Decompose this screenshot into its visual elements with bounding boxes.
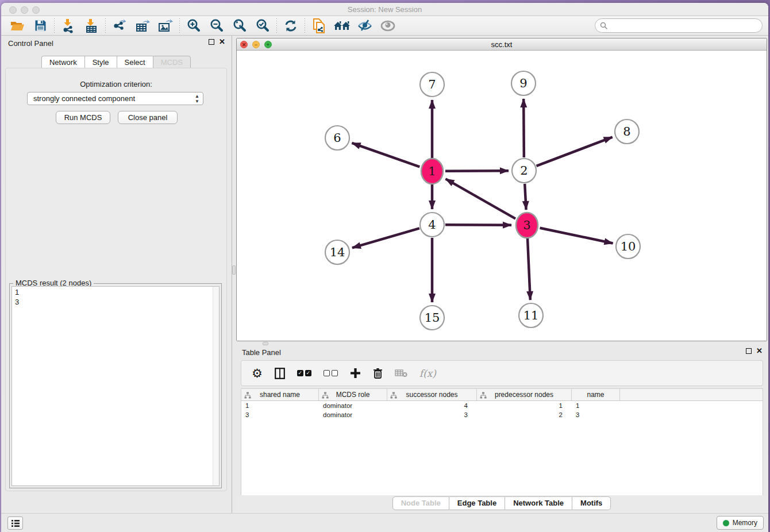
edge-1-6[interactable] [352,143,419,167]
edge-3-1[interactable] [445,179,515,218]
float-panel-icon[interactable] [209,39,214,45]
splitter-handle[interactable] [232,265,236,275]
add-column-button[interactable] [350,368,361,379]
open-session-button[interactable] [6,17,29,34]
edge-4-3[interactable] [445,225,511,225]
vertical-splitter[interactable] [231,36,236,513]
node-6[interactable]: 6 [325,126,349,150]
table-cell[interactable]: 1 [572,401,620,410]
edge-3-10[interactable] [540,228,613,244]
search-input[interactable] [611,21,762,30]
close-panel-icon[interactable]: ✕ [219,39,225,45]
close-table-panel-icon[interactable]: ✕ [756,348,763,354]
tab-motifs[interactable]: Motifs [572,496,611,510]
table-cell[interactable]: 3 [572,410,620,419]
node-15[interactable]: 15 [420,306,444,330]
column-header-name[interactable]: name [572,389,620,400]
clone-network-button[interactable] [307,17,330,34]
function-builder-button[interactable]: f(x) [419,368,436,379]
select-all-button[interactable]: ✓ ✓ [297,370,311,376]
delete-table-button[interactable] [395,369,407,377]
float-table-panel-icon[interactable] [746,348,752,354]
result-scrollbar[interactable] [213,287,219,485]
table-body[interactable]: 1dominator4113dominator323 [241,401,763,419]
attribute-type-icon [244,392,251,399]
table-row[interactable]: 1dominator411 [241,401,763,410]
table-cell[interactable]: dominator [319,401,387,410]
export-image-button[interactable] [154,17,177,34]
mcds-result-group: MCDS result (2 nodes) 1 3 [9,283,222,488]
table-settings-button[interactable]: ⚙ [252,367,263,380]
node-2[interactable]: 2 [512,159,536,183]
node-14[interactable]: 14 [325,240,349,264]
tab-node-table[interactable]: Node Table [392,496,449,510]
node-label: 14 [330,245,345,259]
node-3[interactable]: 3 [516,213,538,238]
zoom-fit-button[interactable] [228,17,251,34]
deselect-all-button[interactable] [324,370,338,376]
control-panel-title: Control Panel [8,39,53,48]
export-network-button[interactable] [108,17,131,34]
table-cell[interactable]: dominator [319,410,387,419]
task-history-button[interactable] [7,516,23,530]
table-cell[interactable]: 3 [387,410,477,419]
save-session-button[interactable] [29,17,52,34]
tab-network-table[interactable]: Network Table [505,496,572,510]
edge-2-3[interactable] [525,184,526,210]
export-table-icon [135,18,151,33]
table-cell[interactable]: 4 [387,401,477,410]
zoom-in-button[interactable] [182,17,205,34]
network-canvas[interactable]: 1234678910111415 [237,51,767,341]
import-network-button[interactable] [57,17,80,34]
column-header-predecessor-nodes[interactable]: predecessor nodes [477,389,572,400]
table-cell[interactable]: 3 [241,410,319,419]
edge-2-8[interactable] [537,137,613,166]
export-network-icon [112,18,127,33]
run-mcds-button[interactable]: Run MCDS [56,111,110,124]
table-cell[interactable]: 1 [477,401,572,410]
zoom-selected-button[interactable] [251,17,274,34]
export-table-button[interactable] [131,17,154,34]
node-11[interactable]: 11 [519,303,543,327]
edge-4-14[interactable] [352,228,419,248]
column-header-shared-name[interactable]: shared name [241,389,319,400]
optimization-label: Optimization criterion: [6,80,226,88]
edge-3-11[interactable] [528,238,530,300]
table-cell[interactable]: 2 [477,410,572,419]
toggle-columns-button[interactable] [275,368,285,379]
memory-label: Memory [733,519,757,527]
tab-edge-table[interactable]: Edge Table [449,496,505,510]
node-8[interactable]: 8 [615,119,639,144]
network-window-titlebar[interactable]: ✕ − + scc.txt [237,38,767,51]
criterion-select[interactable]: strongly connected component ▲▼ [27,92,203,105]
table-panel-title: Table Panel [242,348,281,357]
table-tabs: Node TableEdge TableNetwork TableMotifs [236,496,767,510]
mcds-result-text[interactable]: 1 3 [11,286,220,486]
node-1[interactable]: 1 [421,159,443,184]
edge-1-2[interactable] [445,171,509,171]
open-folder-icon [10,20,25,32]
zoom-out-button[interactable] [205,17,228,34]
node-label: 10 [621,240,636,253]
export-image-icon [157,18,174,33]
node-9[interactable]: 9 [511,71,536,95]
table-cell[interactable]: 1 [241,401,319,410]
edge-2-9[interactable] [523,99,524,157]
attribute-type-icon [480,392,487,399]
node-label: 11 [523,309,539,322]
column-header-mcds-role[interactable]: MCDS role [319,389,387,400]
refresh-layout-button[interactable] [279,17,302,34]
refresh-icon [284,19,298,33]
show-panels-button[interactable] [376,17,399,34]
delete-column-button[interactable] [373,368,383,379]
import-table-button[interactable] [80,17,103,34]
memory-button[interactable]: Memory [717,516,764,530]
node-4[interactable]: 4 [420,213,444,237]
node-10[interactable]: 10 [616,234,640,259]
close-panel-button[interactable]: Close panel [118,111,178,124]
node-7[interactable]: 7 [420,72,444,97]
home-layout-button[interactable] [330,17,353,34]
hide-panels-button[interactable] [353,17,376,34]
table-row[interactable]: 3dominator323 [241,410,763,419]
column-header-successor-nodes[interactable]: successor nodes [387,389,477,400]
